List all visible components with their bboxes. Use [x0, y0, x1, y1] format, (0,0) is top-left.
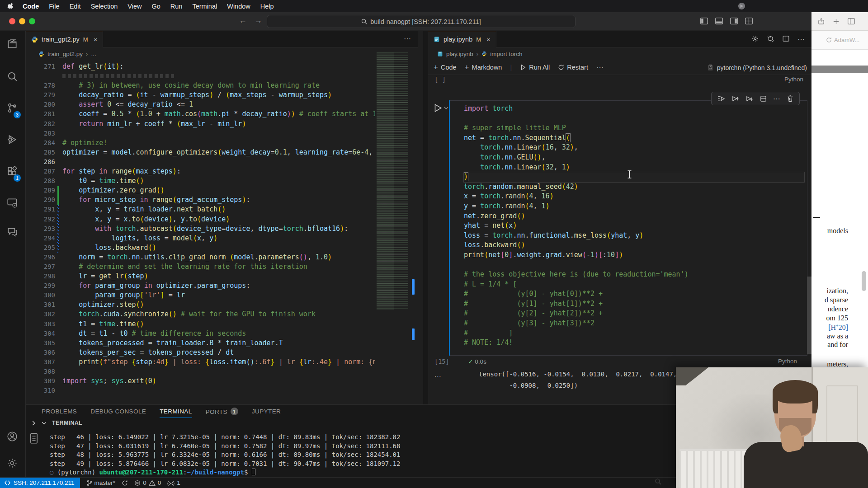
cell-code-line[interactable]: torch.random.manual_seed(42) — [464, 182, 804, 192]
cell-code-line[interactable]: net = torch.nn.Sequential( — [464, 133, 804, 143]
notebook-code-cell[interactable]: import torch# super simple little MLPnet… — [450, 100, 807, 356]
code-line[interactable]: 290 for micro_step in range(grad_accum_s… — [26, 195, 418, 205]
breadcrumb-file[interactable]: train_gpt2.py — [47, 51, 83, 57]
split-editor-icon[interactable] — [782, 35, 790, 43]
menu-item-selection[interactable]: Selection — [91, 3, 118, 10]
compare-changes-icon[interactable] — [767, 35, 774, 43]
cell-code-line[interactable]: ) — [464, 172, 804, 182]
code-line[interactable]: 289 optimizer.zero_grad() — [26, 186, 418, 195]
toggle-panel-icon[interactable] — [715, 18, 723, 24]
code-line[interactable]: 278 # 3) in between, use cosine decay do… — [26, 81, 418, 90]
code-line[interactable]: 288 t0 = time.time() — [26, 176, 418, 186]
code-line[interactable]: 287for step in range(max_steps): — [26, 167, 418, 176]
cell-code-line[interactable]: # L = 1/4 * [ — [464, 280, 804, 290]
cell-code-line[interactable]: # (y[3] - yhat[3])**2 — [464, 319, 804, 328]
more-actions-icon[interactable]: ⋯ — [797, 35, 805, 43]
cell-code-line[interactable] — [464, 260, 804, 270]
cell-code-line[interactable]: yhat = net(x) — [464, 221, 804, 231]
menu-item-view[interactable]: View — [127, 3, 142, 10]
code-line[interactable]: 302 torch.cuda.synchronize() # wait for … — [26, 310, 418, 319]
paper-scrollbar[interactable] — [862, 271, 866, 291]
panel-tab-debug-console[interactable]: DEBUG CONSOLE — [90, 408, 146, 418]
share-icon[interactable] — [818, 18, 825, 25]
breadcrumb-more[interactable]: ... — [91, 51, 96, 57]
minimap[interactable] — [377, 52, 408, 310]
menubar-status-icon[interactable] — [737, 2, 746, 10]
code-line[interactable]: 294 logits, loss = model(x, y) — [26, 234, 418, 243]
restart-kernel-button[interactable]: Restart — [558, 64, 588, 71]
execute-above-icon[interactable] — [731, 95, 739, 102]
cell-code-line[interactable]: # super simple little MLP — [464, 123, 804, 133]
cell-code-line[interactable]: # (y[0] - yhat[0])**2 + — [464, 289, 804, 299]
left-breadcrumb[interactable]: train_gpt2.py › ... — [26, 47, 96, 60]
cell-code-line[interactable]: y = torch.randn(4, 1) — [464, 202, 804, 211]
cell-code-line[interactable]: # ] — [464, 328, 804, 338]
code-line[interactable]: 296 norm = torch.nn.utils.clip_grad_norm… — [26, 253, 418, 262]
remote-indicator[interactable]: SSH: 207.211.170.211 — [0, 478, 80, 488]
code-line[interactable]: 309import sys; sys.exit(0) — [26, 376, 418, 386]
cell-code-line[interactable]: torch.nn.GELU(), — [464, 153, 804, 163]
code-line[interactable]: 298 lr = get_lr(step) — [26, 272, 418, 281]
breadcrumb-file[interactable]: play.ipynb — [446, 51, 473, 57]
cell-code-line[interactable]: torch.nn.Linear(32, 1) — [464, 163, 804, 173]
cell-code-line[interactable]: # (y[2] - yhat[2])**2 + — [464, 309, 804, 319]
forward-button[interactable]: → — [254, 16, 262, 25]
code-line[interactable]: 304 dt = t1 - t0 # time difference in se… — [26, 329, 418, 338]
notebook-breadcrumb[interactable]: play.ipynb › import torch — [428, 47, 522, 60]
breadcrumb-symbol[interactable]: import torch — [490, 51, 522, 57]
code-line[interactable]: 291 x, y = train_loader.next_batch() — [26, 205, 418, 214]
code-line[interactable]: 297 # determine and set the learning rat… — [26, 262, 418, 272]
execute-below-icon[interactable] — [745, 95, 753, 102]
cell-code-line[interactable]: loss.backward() — [464, 240, 804, 250]
empty-cell-execution-label[interactable]: [ ] — [434, 76, 446, 83]
tab-close-icon[interactable]: × — [486, 36, 491, 43]
gear-icon[interactable] — [751, 35, 759, 43]
terminal-header[interactable]: TERMINAL — [31, 420, 82, 426]
menu-item-code[interactable]: Code — [23, 3, 39, 10]
code-line[interactable] — [26, 71, 418, 81]
code-line[interactable]: 285optimizer = model.configure_optimizer… — [26, 148, 418, 157]
toggle-sidebar-icon[interactable] — [700, 18, 708, 24]
panel-tab-terminal[interactable]: TERMINAL — [160, 408, 192, 418]
minimize-window-button[interactable] — [19, 18, 25, 24]
code-line[interactable]: 292 x, y = x.to(device), y.to(device) — [26, 215, 418, 224]
back-button[interactable]: ← — [239, 16, 247, 25]
code-line[interactable]: 279 decay_ratio = (it - warmup_steps) / … — [26, 90, 418, 100]
code-line[interactable]: 280 assert 0 <= decay_ratio <= 1 — [26, 100, 418, 109]
add-tab-icon[interactable] — [833, 18, 840, 25]
sidebar-toggle-icon[interactable] — [848, 18, 855, 24]
code-line[interactable]: 284# optimize! — [26, 138, 418, 148]
code-line[interactable]: 301 optimizer.step() — [26, 300, 418, 310]
code-line[interactable]: 282 return min_lr + coeff * (max_lr - mi… — [26, 119, 418, 129]
code-line[interactable]: 303 t1 = time.time() — [26, 319, 418, 329]
tab-play-ipynb[interactable]: play.ipynb M × — [428, 31, 496, 47]
panel-tab-ports[interactable]: PORTS1 — [206, 408, 238, 418]
add-markdown-cell-button[interactable]: +Markdown — [465, 63, 502, 72]
panel-tab-problems[interactable]: PROBLEMS — [42, 408, 77, 418]
menu-item-edit[interactable]: Edit — [70, 3, 81, 10]
menu-item-help[interactable]: Help — [260, 3, 274, 10]
ports-indicator[interactable]: 1 — [167, 479, 180, 486]
code-line[interactable]: 307 print(f"step {step:4d} | loss: {loss… — [26, 357, 418, 367]
cell-code-line[interactable]: x = torch.randn(4, 16) — [464, 192, 804, 202]
cell-code-line[interactable]: loss = torch.nn.functional.mse_loss(yhat… — [464, 231, 804, 241]
editor-actions-more-icon[interactable]: ⋯ — [404, 34, 411, 43]
code-line[interactable]: 281 coeff = 0.5 * (1.0 + math.cos(math.p… — [26, 109, 418, 119]
tab-close-icon[interactable]: × — [94, 36, 98, 43]
split-cell-icon[interactable] — [760, 95, 767, 102]
magnifier-icon[interactable] — [655, 478, 662, 485]
toolbar-more-icon[interactable]: ⋯ — [596, 63, 604, 72]
code-line[interactable]: 310 — [26, 386, 418, 395]
cell-language-label[interactable]: Python — [784, 76, 803, 83]
kernel-picker[interactable]: pytorchn (Python 3.1.undefined) — [707, 60, 807, 75]
menu-item-file[interactable]: File — [49, 3, 59, 10]
sync-changes-button[interactable] — [122, 480, 128, 486]
code-line[interactable]: 305 tokens_processed = train_loader.B * … — [26, 338, 418, 348]
settings-gear-icon[interactable] — [6, 457, 19, 470]
background-window-tab[interactable]: AdamW... — [811, 31, 868, 50]
menu-item-window[interactable]: Window — [227, 3, 250, 10]
account-icon[interactable] — [6, 431, 19, 443]
code-line[interactable]: 271def get_lr(it): — [26, 62, 418, 71]
notebook-scrollbar[interactable] — [807, 277, 811, 354]
search-icon[interactable] — [6, 70, 19, 83]
